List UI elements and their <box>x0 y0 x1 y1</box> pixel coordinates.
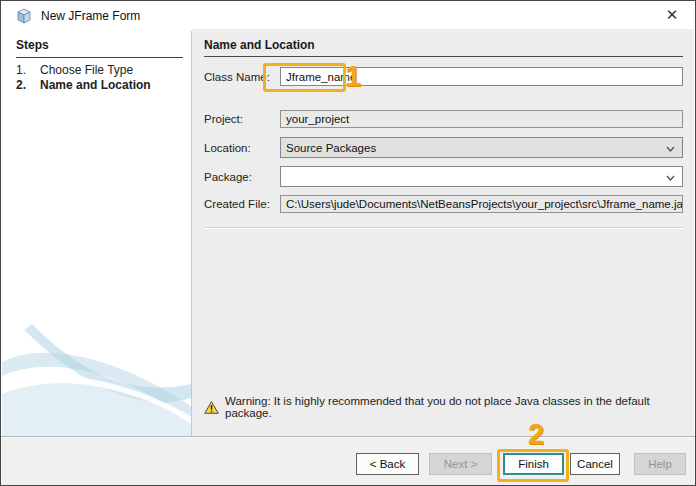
created-file-field: C:\Users\jude\Documents\NetBeansProjects… <box>280 195 683 213</box>
next-button[interactable]: Next > <box>429 453 492 475</box>
location-label: Location: <box>204 137 251 158</box>
close-icon[interactable]: ✕ <box>651 1 693 29</box>
steps-header: Steps <box>16 38 183 58</box>
class-name-label: Class Name: <box>204 67 270 86</box>
warning-text: Warning: It is highly recommended that y… <box>225 395 683 419</box>
finish-button[interactable]: Finish <box>503 453 564 475</box>
panel-title: Name and Location <box>204 38 683 57</box>
step-item-name-and-location: 2. Name and Location <box>16 78 185 92</box>
step-number: 1. <box>16 63 40 77</box>
package-row: Package: <box>204 166 683 187</box>
new-jframe-form-dialog: New JFrame Form ✕ Steps 1. Choose File T… <box>0 0 696 486</box>
package-label: Package: <box>204 166 252 187</box>
step-label: Name and Location <box>40 78 151 92</box>
chevron-down-icon <box>666 146 675 152</box>
project-row: Project: your_project <box>204 110 683 128</box>
name-and-location-panel: Name and Location Class Name: Jframe_nam… <box>192 29 694 436</box>
chevron-down-icon <box>666 175 675 181</box>
location-selected-value: Source Packages <box>286 142 376 154</box>
project-label: Project: <box>204 110 243 128</box>
created-file-row: Created File: C:\Users\jude\Documents\Ne… <box>204 195 683 213</box>
location-dropdown[interactable]: Source Packages <box>280 137 683 158</box>
location-row: Location: Source Packages <box>204 137 683 158</box>
cancel-button[interactable]: Cancel <box>570 453 620 475</box>
step-number: 2. <box>16 78 40 92</box>
wizard-swoosh-decoration <box>2 324 191 436</box>
created-file-label: Created File: <box>204 195 270 213</box>
section-divider <box>204 227 683 229</box>
package-dropdown[interactable] <box>280 166 683 187</box>
back-button[interactable]: < Back <box>356 453 419 475</box>
warning-message-row: Warning: It is highly recommended that y… <box>204 395 683 419</box>
step-item-choose-file-type: 1. Choose File Type <box>16 63 185 77</box>
window-title: New JFrame Form <box>41 1 140 31</box>
project-field: your_project <box>280 110 683 128</box>
class-name-input[interactable]: Jframe_name <box>280 67 683 86</box>
step-label: Choose File Type <box>40 63 133 77</box>
steps-sidebar: Steps 1. Choose File Type 2. Name and Lo… <box>2 31 192 436</box>
title-bar: New JFrame Form ✕ <box>1 1 695 31</box>
wizard-button-bar: < Back Next > Finish Cancel Help <box>1 436 695 485</box>
warning-triangle-icon <box>204 401 219 414</box>
class-name-row: Class Name: Jframe_name <box>204 67 683 86</box>
netbeans-cube-icon <box>16 8 32 24</box>
help-button[interactable]: Help <box>634 453 686 475</box>
